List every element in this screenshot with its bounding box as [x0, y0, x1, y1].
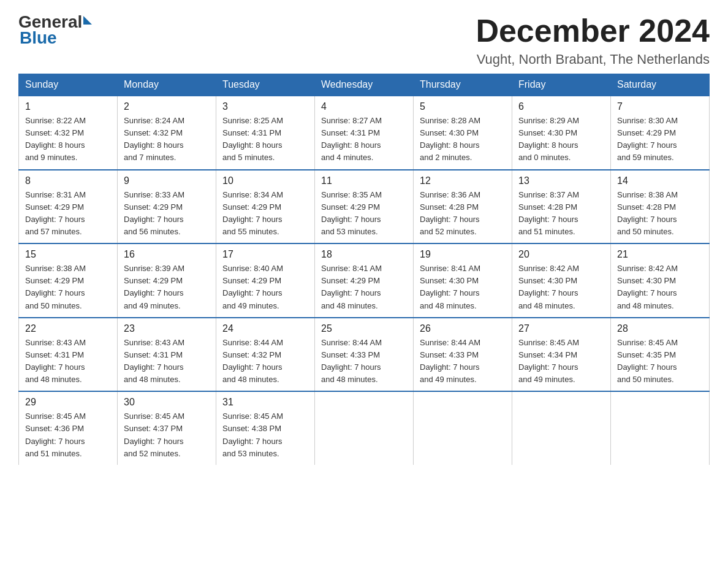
- calendar-cell: 4Sunrise: 8:27 AMSunset: 4:31 PMDaylight…: [315, 96, 414, 170]
- day-info: Sunrise: 8:45 AMSunset: 4:34 PMDaylight:…: [518, 337, 604, 386]
- day-info: Sunrise: 8:22 AMSunset: 4:32 PMDaylight:…: [25, 115, 111, 164]
- day-info: Sunrise: 8:45 AMSunset: 4:36 PMDaylight:…: [25, 410, 111, 460]
- day-number: 9: [124, 175, 210, 186]
- day-info: Sunrise: 8:31 AMSunset: 4:29 PMDaylight:…: [25, 189, 111, 239]
- day-info: Sunrise: 8:41 AMSunset: 4:29 PMDaylight:…: [321, 262, 407, 312]
- day-number: 3: [222, 101, 308, 112]
- calendar-cell: 3Sunrise: 8:25 AMSunset: 4:31 PMDaylight…: [216, 96, 315, 170]
- day-info: Sunrise: 8:45 AMSunset: 4:37 PMDaylight:…: [124, 410, 210, 460]
- calendar-cell: 22Sunrise: 8:43 AMSunset: 4:31 PMDayligh…: [19, 318, 118, 392]
- calendar-cell: 10Sunrise: 8:34 AMSunset: 4:29 PMDayligh…: [216, 170, 315, 244]
- calendar-cell: [512, 391, 611, 465]
- day-number: 4: [321, 101, 407, 112]
- calendar-cell: 28Sunrise: 8:45 AMSunset: 4:35 PMDayligh…: [611, 318, 710, 392]
- logo-arrow-icon: [83, 16, 92, 25]
- day-info: Sunrise: 8:44 AMSunset: 4:33 PMDaylight:…: [321, 337, 407, 386]
- calendar-cell: 19Sunrise: 8:41 AMSunset: 4:30 PMDayligh…: [414, 243, 512, 318]
- day-number: 27: [518, 323, 604, 334]
- day-header-tuesday: Tuesday: [216, 74, 315, 96]
- calendar-cell: 1Sunrise: 8:22 AMSunset: 4:32 PMDaylight…: [19, 96, 118, 170]
- page-container: General Blue December 2024 Vught, North …: [18, 12, 710, 465]
- header: General Blue December 2024 Vught, North …: [18, 12, 710, 67]
- day-number: 31: [222, 397, 308, 408]
- day-info: Sunrise: 8:43 AMSunset: 4:31 PMDaylight:…: [124, 337, 210, 386]
- day-number: 28: [617, 323, 703, 334]
- calendar-cell: 7Sunrise: 8:30 AMSunset: 4:29 PMDaylight…: [611, 96, 710, 170]
- day-header-saturday: Saturday: [611, 74, 710, 96]
- day-info: Sunrise: 8:29 AMSunset: 4:30 PMDaylight:…: [518, 115, 604, 164]
- day-info: Sunrise: 8:37 AMSunset: 4:28 PMDaylight:…: [518, 189, 604, 239]
- day-info: Sunrise: 8:40 AMSunset: 4:29 PMDaylight:…: [222, 262, 308, 312]
- day-number: 8: [25, 175, 111, 186]
- day-number: 7: [617, 101, 703, 112]
- calendar-cell: 2Sunrise: 8:24 AMSunset: 4:32 PMDaylight…: [118, 96, 216, 170]
- day-info: Sunrise: 8:44 AMSunset: 4:32 PMDaylight:…: [222, 337, 308, 386]
- calendar-cell: 29Sunrise: 8:45 AMSunset: 4:36 PMDayligh…: [19, 391, 118, 465]
- day-number: 21: [617, 249, 703, 260]
- calendar-cell: 25Sunrise: 8:44 AMSunset: 4:33 PMDayligh…: [315, 318, 414, 392]
- calendar-week-row: 8Sunrise: 8:31 AMSunset: 4:29 PMDaylight…: [19, 170, 710, 244]
- calendar-cell: 26Sunrise: 8:44 AMSunset: 4:33 PMDayligh…: [414, 318, 512, 392]
- calendar-cell: 9Sunrise: 8:33 AMSunset: 4:29 PMDaylight…: [118, 170, 216, 244]
- day-header-thursday: Thursday: [414, 74, 512, 96]
- day-info: Sunrise: 8:36 AMSunset: 4:28 PMDaylight:…: [420, 189, 506, 239]
- day-header-friday: Friday: [512, 74, 611, 96]
- calendar-cell: 31Sunrise: 8:45 AMSunset: 4:38 PMDayligh…: [216, 391, 315, 465]
- calendar-cell: 5Sunrise: 8:28 AMSunset: 4:30 PMDaylight…: [414, 96, 512, 170]
- day-number: 22: [25, 323, 111, 334]
- day-number: 17: [222, 249, 308, 260]
- day-number: 5: [420, 101, 506, 112]
- day-number: 16: [124, 249, 210, 260]
- day-number: 1: [25, 101, 111, 112]
- day-info: Sunrise: 8:39 AMSunset: 4:29 PMDaylight:…: [124, 262, 210, 312]
- calendar-table: SundayMondayTuesdayWednesdayThursdayFrid…: [18, 74, 710, 465]
- calendar-week-row: 1Sunrise: 8:22 AMSunset: 4:32 PMDaylight…: [19, 96, 710, 170]
- logo-blue-text: Blue: [20, 28, 57, 48]
- calendar-cell: 23Sunrise: 8:43 AMSunset: 4:31 PMDayligh…: [118, 318, 216, 392]
- day-number: 15: [25, 249, 111, 260]
- day-number: 19: [420, 249, 506, 260]
- calendar-cell: 20Sunrise: 8:42 AMSunset: 4:30 PMDayligh…: [512, 243, 611, 318]
- calendar-cell: 15Sunrise: 8:38 AMSunset: 4:29 PMDayligh…: [19, 243, 118, 318]
- day-info: Sunrise: 8:30 AMSunset: 4:29 PMDaylight:…: [617, 115, 703, 164]
- month-title: December 2024: [476, 12, 710, 49]
- day-info: Sunrise: 8:25 AMSunset: 4:31 PMDaylight:…: [222, 115, 308, 164]
- day-info: Sunrise: 8:27 AMSunset: 4:31 PMDaylight:…: [321, 115, 407, 164]
- day-header-wednesday: Wednesday: [315, 74, 414, 96]
- logo: General Blue: [18, 12, 92, 48]
- day-info: Sunrise: 8:28 AMSunset: 4:30 PMDaylight:…: [420, 115, 506, 164]
- calendar-cell: 14Sunrise: 8:38 AMSunset: 4:28 PMDayligh…: [611, 170, 710, 244]
- day-number: 23: [124, 323, 210, 334]
- day-number: 18: [321, 249, 407, 260]
- day-info: Sunrise: 8:35 AMSunset: 4:29 PMDaylight:…: [321, 189, 407, 239]
- calendar-week-row: 15Sunrise: 8:38 AMSunset: 4:29 PMDayligh…: [19, 243, 710, 318]
- calendar-cell: [414, 391, 512, 465]
- day-info: Sunrise: 8:38 AMSunset: 4:29 PMDaylight:…: [25, 262, 111, 312]
- day-header-sunday: Sunday: [19, 74, 118, 96]
- day-header-monday: Monday: [118, 74, 216, 96]
- day-info: Sunrise: 8:44 AMSunset: 4:33 PMDaylight:…: [420, 337, 506, 386]
- day-number: 26: [420, 323, 506, 334]
- calendar-week-row: 29Sunrise: 8:45 AMSunset: 4:36 PMDayligh…: [19, 391, 710, 465]
- calendar-cell: 27Sunrise: 8:45 AMSunset: 4:34 PMDayligh…: [512, 318, 611, 392]
- calendar-cell: 21Sunrise: 8:42 AMSunset: 4:30 PMDayligh…: [611, 243, 710, 318]
- calendar-cell: 12Sunrise: 8:36 AMSunset: 4:28 PMDayligh…: [414, 170, 512, 244]
- day-number: 25: [321, 323, 407, 334]
- day-info: Sunrise: 8:45 AMSunset: 4:38 PMDaylight:…: [222, 410, 308, 460]
- day-number: 24: [222, 323, 308, 334]
- calendar-cell: [611, 391, 710, 465]
- day-number: 13: [518, 175, 604, 186]
- calendar-cell: 17Sunrise: 8:40 AMSunset: 4:29 PMDayligh…: [216, 243, 315, 318]
- calendar-cell: [315, 391, 414, 465]
- calendar-week-row: 22Sunrise: 8:43 AMSunset: 4:31 PMDayligh…: [19, 318, 710, 392]
- day-number: 2: [124, 101, 210, 112]
- day-number: 30: [124, 397, 210, 408]
- calendar-cell: 30Sunrise: 8:45 AMSunset: 4:37 PMDayligh…: [118, 391, 216, 465]
- day-info: Sunrise: 8:38 AMSunset: 4:28 PMDaylight:…: [617, 189, 703, 239]
- day-info: Sunrise: 8:34 AMSunset: 4:29 PMDaylight:…: [222, 189, 308, 239]
- day-number: 12: [420, 175, 506, 186]
- calendar-cell: 24Sunrise: 8:44 AMSunset: 4:32 PMDayligh…: [216, 318, 315, 392]
- day-info: Sunrise: 8:42 AMSunset: 4:30 PMDaylight:…: [617, 262, 703, 312]
- day-number: 20: [518, 249, 604, 260]
- calendar-cell: 13Sunrise: 8:37 AMSunset: 4:28 PMDayligh…: [512, 170, 611, 244]
